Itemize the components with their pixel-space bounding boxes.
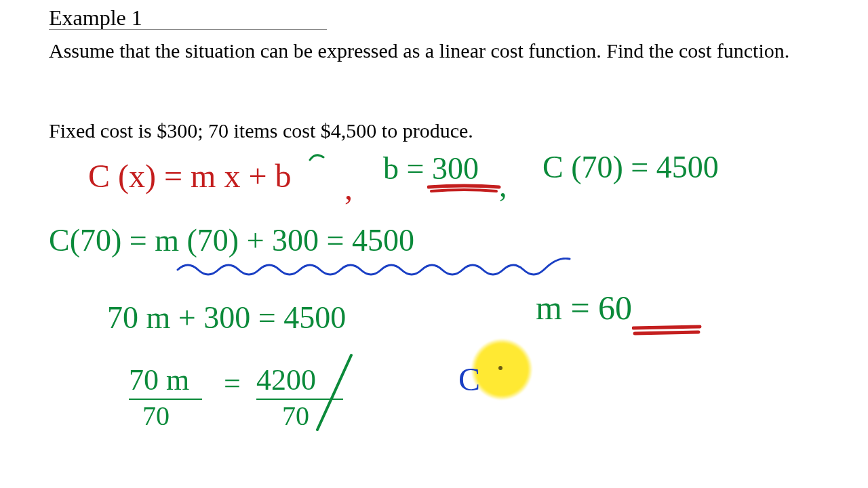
hand-frac-left-denom: 70 [142, 400, 170, 432]
squiggle-underline-icon [176, 258, 576, 278]
problem-given: Fixed cost is $300; 70 items cost $4,500… [49, 117, 473, 144]
hand-frac-left-numer: 70 m [129, 363, 189, 397]
cancel-slash-icon [312, 352, 359, 434]
comma-2: , [499, 168, 507, 204]
cursor-dot-icon [498, 366, 502, 370]
hand-b-equals-300: b = 300 [383, 150, 479, 186]
hand-m-equals-60: m = 60 [536, 288, 632, 327]
underline-60-icon [632, 324, 703, 338]
underline-300-icon [427, 183, 502, 194]
hand-c70-equals-4500: C (70) = 4500 [542, 149, 719, 185]
hand-frac-right-numer: 4200 [256, 363, 316, 397]
problem-prompt: Assume that the situation can be express… [49, 37, 814, 64]
hand-frac-right-denom: 70 [282, 400, 309, 432]
comma-1: , [344, 169, 353, 207]
hand-c70-expansion: C(70) = m (70) + 300 = 4500 [49, 222, 414, 258]
title-underline [49, 29, 327, 30]
hand-70m-plus-300: 70 m + 300 = 4500 [107, 300, 346, 336]
equals-sign: = [224, 366, 241, 401]
tick-mark-icon [309, 150, 325, 164]
hand-cx-equals-mx-plus-b: C (x) = m x + b [88, 157, 291, 195]
hand-blue-c: C [458, 361, 480, 398]
example-title: Example 1 [49, 4, 142, 33]
